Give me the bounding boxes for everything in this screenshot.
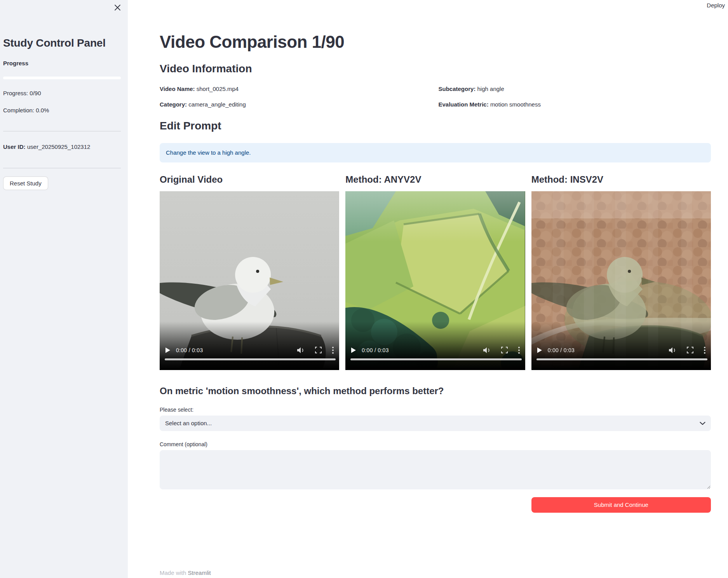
submit-and-continue-button[interactable]: Submit and Continue (531, 497, 711, 513)
video-heading-original: Original Video (160, 174, 339, 185)
video-controls: 0:00 / 0:03 (351, 347, 519, 354)
edit-prompt-heading: Edit Prompt (160, 120, 711, 132)
video-player-anyv2v[interactable]: 0:00 / 0:03 (345, 191, 525, 370)
play-icon[interactable] (537, 347, 543, 353)
progress-text: Progress: 0/90 (3, 90, 121, 96)
info-field-evaluation-metric: Evaluation Metric: motion smoothness (439, 101, 711, 108)
page-title: Video Comparison 1/90 (160, 32, 711, 52)
select-label: Please select: (160, 407, 711, 413)
video-progress-bar[interactable] (536, 358, 707, 360)
video-player-original[interactable]: 0:00 / 0:03 (160, 191, 339, 370)
deploy-button[interactable]: Deploy (707, 2, 725, 9)
kebab-menu-icon[interactable] (332, 347, 334, 354)
kebab-menu-icon[interactable] (518, 347, 520, 354)
method-select[interactable]: Select an option... (160, 416, 711, 431)
video-time: 0:00 / 0:03 (176, 347, 203, 353)
play-icon[interactable] (351, 347, 357, 353)
close-sidebar-icon[interactable] (113, 3, 122, 12)
video-heading-anyv2v: Method: ANYV2V (345, 174, 525, 185)
reset-study-button[interactable]: Reset Study (3, 176, 48, 190)
fullscreen-icon[interactable] (687, 347, 693, 353)
user-id-value: user_20250925_102312 (27, 143, 91, 150)
user-id-label: User ID: (3, 143, 26, 150)
info-field-subcategory: Subcategory: high angle (439, 86, 711, 92)
volume-icon[interactable] (297, 347, 305, 353)
video-column-original: Original Video (160, 174, 339, 370)
comment-input[interactable] (160, 450, 711, 489)
video-player-insv2v[interactable]: 0:00 / 0:03 (531, 191, 711, 370)
fullscreen-icon[interactable] (501, 347, 508, 353)
video-heading-insv2v: Method: INSV2V (531, 174, 711, 185)
footer-made-with: Made with (160, 569, 186, 576)
video-gradient-overlay (531, 321, 711, 370)
video-column-insv2v: Method: INSV2V (531, 174, 711, 370)
video-column-anyv2v: Method: ANYV2V (345, 174, 525, 370)
sidebar-divider (3, 131, 121, 131)
video-time: 0:00 / 0:03 (548, 347, 575, 353)
edit-prompt-info-box: Change the view to a high angle. (160, 143, 711, 162)
video-gradient-overlay (345, 321, 525, 370)
main-content: Video Comparison 1/90 Video Information … (128, 0, 728, 578)
sidebar-title: Study Control Panel (3, 37, 121, 50)
video-progress-bar[interactable] (165, 358, 336, 360)
info-field-category: Category: camera_angle_editing (160, 101, 432, 108)
streamlit-link[interactable]: Streamlit (188, 569, 211, 576)
fullscreen-icon[interactable] (315, 347, 322, 353)
completion-text: Completion: 0.0% (3, 107, 121, 114)
select-value: Select an option... (165, 420, 212, 426)
video-time: 0:00 / 0:03 (362, 347, 388, 353)
video-controls: 0:00 / 0:03 (537, 347, 705, 354)
footer: Made with Streamlit (160, 569, 711, 576)
app-window: Study Control Panel Progress Progress: 0… (0, 0, 728, 578)
sidebar-divider (3, 168, 121, 168)
video-controls: 0:00 / 0:03 (165, 347, 334, 354)
progress-heading: Progress (3, 60, 121, 66)
comment-label: Comment (optional) (160, 441, 711, 447)
video-gradient-overlay (160, 321, 339, 370)
kebab-menu-icon[interactable] (704, 347, 705, 354)
video-information-grid: Video Name: short_0025.mp4 Subcategory: … (160, 86, 711, 108)
volume-icon[interactable] (483, 347, 491, 353)
submit-row: Submit and Continue (160, 497, 711, 513)
video-progress-bar[interactable] (350, 358, 521, 360)
sidebar: Study Control Panel Progress Progress: 0… (0, 0, 128, 578)
video-comparison-grid: Original Video (160, 174, 711, 370)
progress-bar (3, 77, 121, 79)
user-id: User ID: user_20250925_102312 (3, 143, 121, 150)
play-icon[interactable] (165, 347, 171, 353)
info-field-video-name: Video Name: short_0025.mp4 (160, 86, 432, 92)
chevron-down-icon (700, 420, 705, 426)
volume-icon[interactable] (669, 347, 676, 353)
video-information-heading: Video Information (160, 63, 711, 75)
question-heading: On metric 'motion smoothness', which met… (160, 386, 711, 396)
